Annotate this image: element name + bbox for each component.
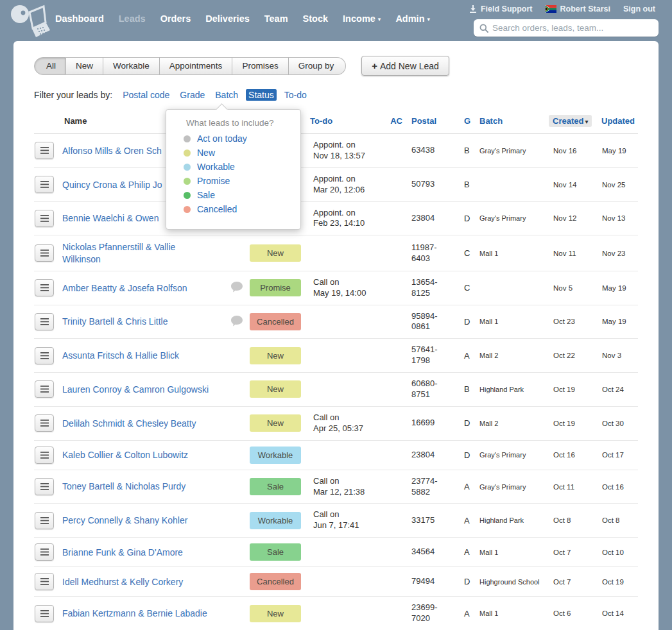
grade-cell: C: [459, 235, 477, 271]
row-menu-button[interactable]: [35, 414, 54, 432]
nav-item-stock[interactable]: Stock: [303, 13, 329, 24]
dropdown-option-sale[interactable]: Sale: [166, 188, 300, 202]
filter-button-workable[interactable]: Workable: [103, 57, 160, 75]
row-menu-button[interactable]: [35, 605, 54, 622]
todo-cell: Call on Apr 25, 05:37: [310, 406, 386, 440]
row-menu-button[interactable]: [35, 573, 54, 590]
row-menu-button[interactable]: [35, 512, 54, 529]
dropdown-option-cancelled[interactable]: Cancelled: [166, 202, 300, 216]
filter-link-to-do[interactable]: To-do: [282, 89, 309, 101]
nav-item-income[interactable]: Income▾: [343, 13, 381, 24]
filter-link-batch[interactable]: Batch: [212, 89, 241, 101]
grade-cell: D: [459, 406, 477, 440]
batch-cell: [477, 271, 547, 305]
postal-cell: 57641- 1798: [411, 339, 459, 373]
hamburger-icon: [40, 181, 49, 188]
updated-cell: May 19: [598, 271, 638, 305]
col-header-postal[interactable]: Postal: [411, 111, 459, 134]
nav-item-deliveries[interactable]: Deliveries: [205, 13, 250, 24]
filter-button-all[interactable]: All: [34, 57, 66, 75]
col-header-batch[interactable]: Batch: [477, 111, 547, 134]
lead-name-link[interactable]: Brianne Funk & Gina D'Amore: [62, 547, 183, 558]
hamburger-icon: [40, 352, 49, 359]
hamburger-icon: [40, 420, 49, 427]
col-header-todo[interactable]: To-do: [310, 111, 386, 134]
batch-cell: Gray's Primary: [477, 440, 547, 470]
row-menu-button[interactable]: [35, 313, 54, 330]
lead-name-link[interactable]: Nickolas Pfannerstill & Vallie Wilkinson: [62, 241, 175, 264]
lead-name-link[interactable]: Percy Connelly & Shany Kohler: [62, 515, 187, 526]
batch-cell: Gray's Primary: [477, 470, 547, 504]
global-search: [474, 19, 659, 37]
nav-item-orders[interactable]: Orders: [160, 13, 191, 24]
lead-name-link[interactable]: Idell Medhurst & Kelly Corkery: [62, 576, 183, 588]
lead-name-link[interactable]: Delilah Schmidt & Chesley Beatty: [62, 418, 196, 429]
dropdown-option-act-on-today[interactable]: Act on today: [166, 132, 300, 146]
field-support-link[interactable]: Field Support: [469, 4, 533, 13]
lead-name-link[interactable]: Fabian Kertzmann & Bernie Labadie: [62, 608, 207, 619]
table-row: Delilah Schmidt & Chesley Beatty New Cal…: [34, 406, 638, 440]
leads-toolbar: AllNewWorkableAppointmentsPromisesGroup …: [34, 56, 638, 76]
postal-cell: 60680- 8751: [411, 373, 459, 407]
row-menu-button[interactable]: [35, 244, 54, 262]
lead-name-link[interactable]: Trinity Bartell & Chris Little: [62, 316, 168, 327]
sign-out-link[interactable]: Sign out: [623, 4, 655, 13]
hamburger-icon: [40, 250, 49, 257]
col-header-updated[interactable]: Updated: [598, 111, 638, 134]
row-menu-button[interactable]: [35, 176, 54, 193]
dropdown-option-workable[interactable]: Workable: [166, 160, 300, 174]
lead-name-link[interactable]: Quincy Crona & Philip Jo: [62, 179, 162, 191]
updated-cell: Oct 10: [598, 538, 638, 567]
row-menu-button[interactable]: [35, 210, 54, 227]
col-header-ac[interactable]: AC: [386, 111, 411, 134]
col-header-grade[interactable]: G: [459, 111, 477, 134]
row-menu-button[interactable]: [35, 347, 54, 364]
top-right-links: Field Support Robert Starsi Sign out: [469, 4, 655, 13]
lead-name-link[interactable]: Lauren Conroy & Camron Gulgowski: [62, 384, 209, 395]
add-new-lead-label: Add New Lead: [380, 61, 439, 71]
search-icon: [479, 24, 488, 33]
row-menu-button[interactable]: [35, 447, 54, 464]
nav-item-team[interactable]: Team: [264, 13, 288, 24]
lead-name-link[interactable]: Kaleb Collier & Colton Lubowitz: [62, 449, 188, 461]
grade-cell: D: [459, 305, 477, 339]
dropdown-option-new[interactable]: New: [166, 146, 300, 160]
filter-link-postal-code[interactable]: Postal code: [120, 89, 172, 101]
lead-name-link[interactable]: Alfonso Mills & Oren Sch: [62, 145, 162, 157]
grade-cell: A: [459, 597, 477, 630]
filter-button-promises[interactable]: Promises: [232, 57, 288, 75]
batch-cell: Highland Park: [477, 373, 547, 407]
chevron-down-icon: ▾: [378, 16, 381, 22]
filter-button-new[interactable]: New: [66, 57, 103, 75]
sort-desc-icon: ▾: [585, 118, 588, 125]
postal-cell: 23699- 7020: [411, 597, 459, 630]
filter-link-grade[interactable]: Grade: [177, 89, 207, 101]
todo-cell: [310, 373, 386, 407]
row-menu-button[interactable]: [35, 142, 54, 159]
add-new-lead-button[interactable]: +Add New Lead: [361, 56, 449, 76]
lead-name-link[interactable]: Toney Bartell & Nicholas Purdy: [62, 481, 185, 492]
lead-name-link[interactable]: Assunta Fritsch & Hallie Blick: [62, 350, 179, 361]
dropdown-option-promise[interactable]: Promise: [166, 174, 300, 188]
batch-cell: Mall 1: [477, 305, 547, 339]
nav-item-admin[interactable]: Admin▾: [395, 13, 430, 24]
updated-cell: Nov 13: [598, 201, 638, 235]
row-menu-button[interactable]: [35, 478, 54, 495]
filter-button-group-by[interactable]: Group by: [289, 57, 347, 75]
dropdown-option-label: Sale: [197, 189, 215, 201]
nav-item-leads[interactable]: Leads: [119, 13, 146, 24]
lead-name-link[interactable]: Bennie Waelchi & Owen: [62, 212, 159, 224]
user-menu[interactable]: Robert Starsi: [546, 4, 611, 13]
lead-name-link[interactable]: Amber Beatty & Josefa Rolfson: [62, 282, 187, 294]
filter-link-status[interactable]: Status: [246, 89, 277, 101]
col-header-created-sorted[interactable]: Created▾: [547, 111, 598, 134]
nav-item-dashboard[interactable]: Dashboard: [55, 13, 104, 24]
row-menu-button[interactable]: [35, 543, 54, 561]
lead-filter-button-group: AllNewWorkableAppointmentsPromisesGroup …: [34, 57, 346, 75]
search-input[interactable]: [492, 23, 653, 33]
table-row: Amber Beatty & Josefa Rolfson Promise Ca…: [34, 271, 638, 305]
filter-button-appointments[interactable]: Appointments: [160, 57, 233, 75]
row-menu-button[interactable]: [35, 279, 54, 296]
dropdown-title: What leads to include?: [166, 118, 300, 132]
row-menu-button[interactable]: [35, 380, 54, 398]
